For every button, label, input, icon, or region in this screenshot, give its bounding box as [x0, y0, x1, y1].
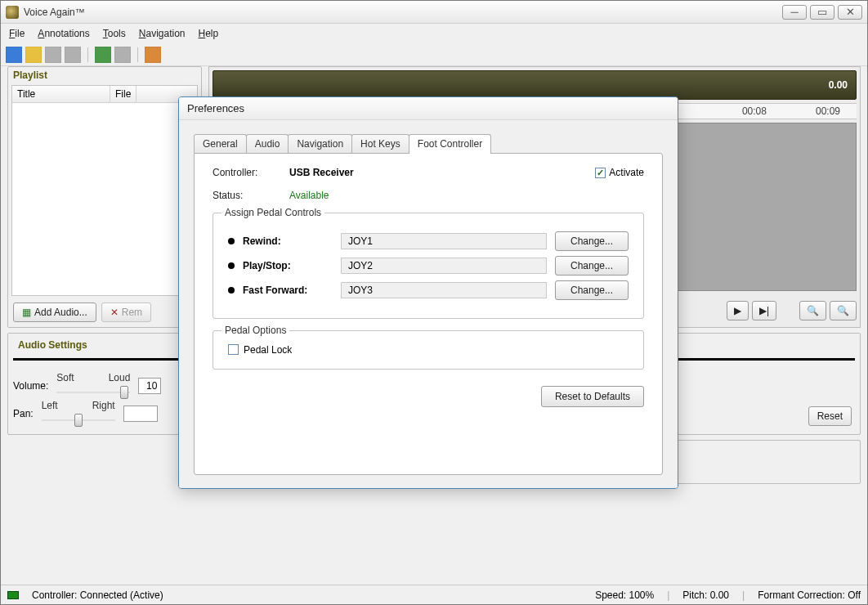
titlebar: Voice Again™ ─ ▭ ✕: [1, 1, 867, 24]
bullet-icon: [228, 238, 235, 244]
window-title: Voice Again™: [24, 7, 782, 18]
playlist-title: Playlist: [8, 67, 201, 83]
toolbar-icon-3[interactable]: [45, 47, 61, 63]
bullet-icon: [228, 287, 235, 294]
loud-label: Loud: [109, 372, 131, 383]
tab-panel-foot: Controller: USB Receiver ✓ Activate Stat…: [194, 153, 663, 475]
reset-defaults-button[interactable]: Reset to Defaults: [541, 386, 644, 407]
menu-navigation[interactable]: Navigation: [139, 28, 186, 39]
remove-audio-button: ✕ Rem: [101, 302, 151, 322]
right-label: Right: [92, 400, 115, 411]
play-icon: ▶: [734, 305, 741, 316]
status-controller: Controller: Connected (Active): [32, 589, 163, 601]
playlist-table[interactable]: Title File: [11, 85, 198, 296]
counter-value: 0.00: [829, 79, 848, 91]
assign-title: Assign Pedal Controls: [221, 207, 324, 218]
status-value: Available: [289, 190, 329, 201]
pedal-row-playstop: Play/Stop: JOY2 Change...: [228, 256, 629, 276]
tab-audio[interactable]: Audio: [246, 134, 289, 153]
preferences-dialog: Preferences General Audio Navigation Hot…: [178, 96, 678, 489]
ruler-tick: 00:09: [816, 105, 840, 117]
zoom-in-button[interactable]: 🔍: [830, 301, 857, 320]
pan-label: Pan:: [13, 408, 34, 419]
ff-label: Fast Forward:: [243, 285, 333, 296]
zoom-in-icon: 🔍: [837, 305, 849, 316]
left-label: Left: [42, 400, 58, 411]
toolbar-separator: [87, 47, 88, 62]
col-title[interactable]: Title: [12, 86, 110, 102]
change-playstop-button[interactable]: Change...: [555, 256, 629, 276]
soft-label: Soft: [56, 372, 74, 383]
col-file[interactable]: File: [110, 86, 136, 102]
zoom-out-button[interactable]: 🔍: [799, 301, 826, 320]
menu-annotations[interactable]: Annotations: [38, 28, 89, 39]
volume-value[interactable]: 10: [138, 378, 161, 394]
zoom-out-icon: 🔍: [807, 305, 819, 316]
controller-value: USB Receiver: [289, 167, 354, 178]
rewind-value: JOY1: [341, 233, 547, 249]
x-icon: ✕: [110, 307, 119, 318]
close-button[interactable]: ✕: [838, 5, 862, 20]
toolbar-icon-6[interactable]: [114, 47, 131, 63]
change-rewind-button[interactable]: Change...: [555, 231, 629, 251]
pedal-row-ff: Fast Forward: JOY3 Change...: [228, 280, 629, 300]
next-button[interactable]: ▶|: [752, 301, 776, 320]
assign-pedal-group: Assign Pedal Controls Rewind: JOY1 Chang…: [213, 213, 644, 319]
pan-value[interactable]: [123, 406, 158, 422]
activate-label: Activate: [609, 167, 644, 178]
status-formant: Formant Correction: Off: [758, 589, 861, 601]
add-audio-button[interactable]: ▦ Add Audio...: [13, 302, 96, 322]
maximize-button[interactable]: ▭: [810, 5, 834, 20]
toolbar-separator: [137, 47, 138, 62]
menu-file[interactable]: File: [9, 28, 25, 39]
ruler-tick: 00:08: [742, 105, 767, 117]
tab-foot-controller[interactable]: Foot Controller: [409, 134, 491, 154]
status-label: Status:: [213, 190, 278, 201]
tab-navigation[interactable]: Navigation: [288, 134, 352, 153]
status-speed: Speed: 100%: [595, 589, 654, 601]
toolbar-icon-5[interactable]: [95, 47, 111, 63]
pan-slider[interactable]: [42, 413, 115, 428]
playlist-panel: Playlist Title File ▦ Add Audio... ✕ Rem: [7, 66, 202, 328]
toolbar-icon-4[interactable]: [65, 47, 81, 63]
toolbar-icon-1[interactable]: [6, 47, 22, 63]
rewind-label: Rewind:: [243, 235, 333, 247]
tab-general[interactable]: General: [194, 134, 247, 153]
activate-checkbox[interactable]: ✓: [595, 168, 606, 178]
volume-label: Volume:: [13, 380, 48, 392]
status-led-icon: [7, 591, 19, 599]
menubar: File Annotations Tools Navigation Help: [1, 24, 867, 43]
pedal-lock-label: Pedal Lock: [244, 344, 292, 356]
playstop-value: JOY2: [341, 258, 547, 274]
remove-audio-label: Rem: [122, 307, 142, 318]
time-counter: 0.00: [213, 70, 857, 100]
plus-icon: ▦: [22, 307, 31, 318]
toolbar: [1, 43, 867, 66]
minimize-button[interactable]: ─: [782, 5, 807, 20]
playstop-label: Play/Stop:: [243, 260, 333, 271]
options-title: Pedal Options: [221, 325, 289, 336]
status-bar: Controller: Connected (Active) Speed: 10…: [1, 585, 867, 604]
bullet-icon: [228, 262, 235, 269]
tabs: General Audio Navigation Hot Keys Foot C…: [194, 133, 663, 153]
app-icon: [6, 6, 19, 19]
dialog-title: Preferences: [179, 97, 678, 120]
add-audio-label: Add Audio...: [34, 307, 87, 318]
status-pitch: Pitch: 0.00: [682, 589, 729, 601]
volume-slider[interactable]: [56, 385, 130, 400]
change-ff-button[interactable]: Change...: [555, 280, 629, 300]
pedal-lock-checkbox[interactable]: [228, 344, 239, 355]
toolbar-icon-7[interactable]: [145, 47, 161, 63]
reset-button[interactable]: Reset: [808, 406, 852, 426]
pedal-row-rewind: Rewind: JOY1 Change...: [228, 231, 629, 251]
menu-help[interactable]: Help: [199, 28, 219, 39]
pedal-options-group: Pedal Options Pedal Lock: [213, 330, 644, 370]
skip-icon: ▶|: [759, 305, 769, 316]
play-button[interactable]: ▶: [727, 301, 749, 320]
controller-label: Controller:: [213, 167, 278, 178]
toolbar-icon-2[interactable]: [25, 47, 42, 63]
ff-value: JOY3: [341, 282, 547, 298]
menu-tools[interactable]: Tools: [103, 28, 126, 39]
tab-hotkeys[interactable]: Hot Keys: [351, 134, 409, 153]
